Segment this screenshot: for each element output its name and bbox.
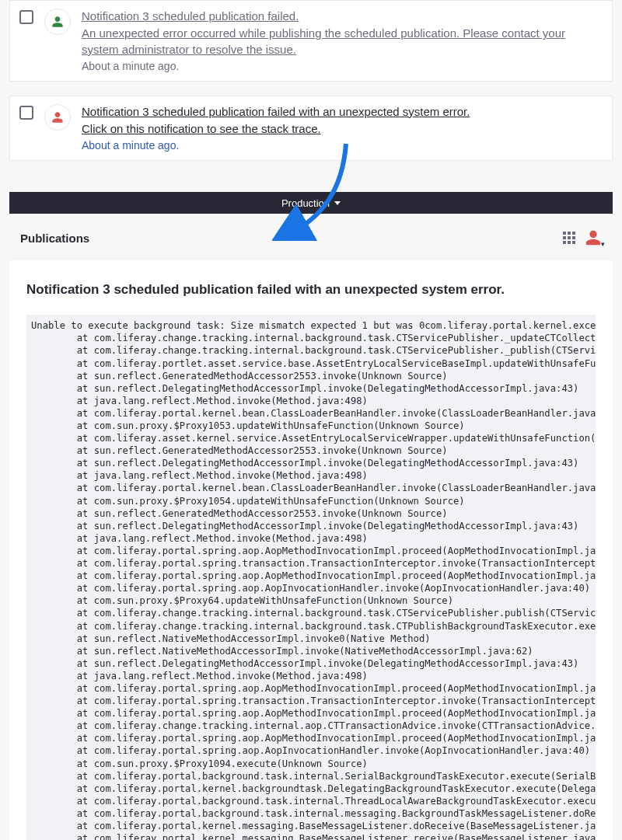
- notification-time: About a minute ago.: [82, 60, 179, 72]
- detail-title: Notification 3 scheduled publication fai…: [26, 282, 596, 298]
- notification-body[interactable]: Notification 3 scheduled publication fai…: [82, 104, 603, 153]
- notification-title: Notification 3 scheduled publication fai…: [82, 9, 603, 24]
- stack-trace[interactable]: Unable to execute background task: Size …: [26, 315, 596, 840]
- notification-body[interactable]: Notification 3 scheduled publication fai…: [82, 9, 603, 73]
- avatar: [44, 9, 71, 35]
- user-icon: [585, 229, 602, 246]
- select-checkbox[interactable]: [19, 10, 33, 24]
- avatar: [44, 104, 71, 131]
- environment-label: Production: [281, 197, 330, 209]
- page-header: Publications ▾: [9, 223, 613, 260]
- header-actions: ▾: [563, 229, 602, 246]
- chevron-down-icon: [334, 201, 341, 205]
- select-checkbox[interactable]: [19, 106, 33, 120]
- notification-subtitle: An unexpected error occurred while publi…: [82, 26, 603, 58]
- user-icon: [51, 111, 64, 124]
- notification-title[interactable]: Notification 3 scheduled publication fai…: [82, 104, 603, 120]
- environment-selector[interactable]: Production: [281, 197, 341, 209]
- user-menu[interactable]: ▾: [585, 229, 602, 246]
- user-badge-icon: ▾: [601, 240, 605, 248]
- environment-bar: Production: [9, 192, 613, 214]
- user-icon: [51, 16, 64, 28]
- notification-row[interactable]: Notification 3 scheduled publication fai…: [9, 0, 613, 82]
- notification-time: About a minute ago.: [82, 139, 179, 152]
- page-title: Publications: [20, 232, 89, 245]
- publication-detail-panel: Notification 3 scheduled publication fai…: [9, 260, 613, 840]
- notification-row[interactable]: Notification 3 scheduled publication fai…: [9, 96, 613, 162]
- apps-grid-icon[interactable]: [563, 232, 575, 244]
- notification-subtitle[interactable]: Click on this notification to see the st…: [82, 121, 603, 137]
